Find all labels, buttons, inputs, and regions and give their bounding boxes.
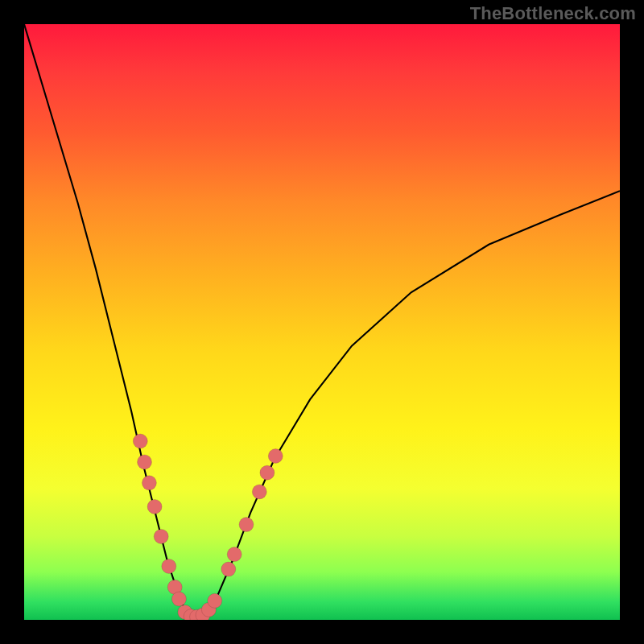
data-marker <box>154 529 168 543</box>
curve-layer <box>24 24 620 620</box>
chart-frame: TheBottleneck.com <box>0 0 644 644</box>
data-marker <box>208 593 222 608</box>
data-marker <box>252 485 266 499</box>
plot-area <box>24 24 620 620</box>
data-marker <box>239 518 254 532</box>
data-marker <box>178 605 192 619</box>
data-marker <box>227 547 242 562</box>
data-marker <box>268 449 283 464</box>
data-marker <box>260 465 275 480</box>
data-marker <box>221 562 236 576</box>
marker-group <box>133 434 283 620</box>
watermark-text: TheBottleneck.com <box>470 3 636 24</box>
bottleneck-curve <box>24 24 620 618</box>
data-marker <box>167 580 182 594</box>
data-marker <box>184 609 198 620</box>
data-marker <box>196 608 210 620</box>
data-marker <box>171 592 186 606</box>
data-marker <box>133 434 147 448</box>
data-marker <box>190 609 204 620</box>
data-marker <box>138 455 152 469</box>
data-marker <box>201 602 216 617</box>
data-marker <box>147 499 162 514</box>
data-marker <box>162 559 176 573</box>
data-marker <box>142 476 156 490</box>
